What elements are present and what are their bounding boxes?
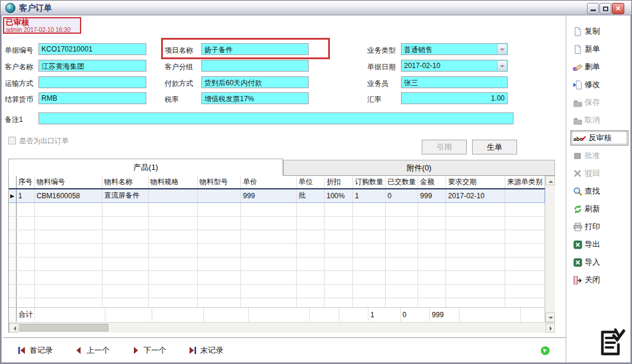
import-button[interactable]: 导入 xyxy=(570,253,628,271)
table-cell: 2017-02-10 xyxy=(446,189,505,202)
audit-meta: admin 2017-02-10 16:30 xyxy=(6,27,78,33)
header-cell[interactable]: 来源单类别 xyxy=(505,176,544,189)
grid-header-row[interactable]: 序号物料编号物料名称物料规格物料型号单价单位折扣订购数量已交数量金额要求交期来源… xyxy=(9,176,545,189)
next-record-button[interactable]: 下一个 xyxy=(131,345,166,356)
scroll-down-button[interactable] xyxy=(546,313,555,322)
scroll-right-button[interactable] xyxy=(546,323,555,333)
table-cell xyxy=(148,284,197,298)
table-cell xyxy=(521,308,545,321)
close-form-button[interactable]: 关闭 xyxy=(570,271,628,289)
biz-type-select[interactable]: 普通销售 xyxy=(401,43,508,55)
table-cell xyxy=(16,243,34,257)
table-cell xyxy=(386,202,418,216)
header-cell[interactable]: 订购数量 xyxy=(353,176,386,189)
header-cell[interactable]: 单价 xyxy=(241,176,297,189)
refresh-button[interactable]: 刷新 xyxy=(570,200,628,218)
tax-rate-field[interactable]: 增值税发票17% xyxy=(201,92,309,104)
currency-field[interactable]: RMB xyxy=(39,92,146,104)
find-label: 查找 xyxy=(585,186,600,197)
titlebar[interactable]: 客户订单 ✕ xyxy=(1,1,631,15)
doc-date-label: 单据日期 xyxy=(367,62,396,72)
table-cell xyxy=(34,202,102,216)
header-cell[interactable]: 要求交期 xyxy=(446,176,505,189)
header-cell[interactable]: 序号 xyxy=(16,176,34,189)
export-order-checkbox xyxy=(8,137,16,144)
table-cell xyxy=(418,270,446,284)
row-indicator xyxy=(9,202,16,216)
salesman-label: 业务员 xyxy=(367,79,389,89)
table-cell xyxy=(16,257,34,270)
modify-button[interactable]: 修改 xyxy=(570,76,628,94)
window-title: 客户订单 xyxy=(19,3,52,14)
payment-field[interactable]: 货到后60天内付款 xyxy=(201,76,309,88)
minimize-button[interactable] xyxy=(587,3,599,14)
table-cell xyxy=(353,216,386,230)
transport-field[interactable] xyxy=(39,76,146,88)
doc-date-select[interactable]: 2017-02-10 xyxy=(401,60,508,72)
find-button[interactable]: 查找 xyxy=(570,182,628,200)
doc-no-field[interactable]: KCO170210001 xyxy=(39,43,146,55)
table-cell xyxy=(325,284,353,298)
unaudit-label: 反审核 xyxy=(589,133,612,143)
first-record-button[interactable]: 首记录 xyxy=(17,345,53,356)
prev-record-button[interactable]: 上一个 xyxy=(74,345,110,356)
salesman-field[interactable]: 张三 xyxy=(401,76,508,88)
chevron-down-icon[interactable] xyxy=(497,44,506,54)
import-icon xyxy=(573,257,583,268)
table-cell xyxy=(34,257,102,270)
header-cell[interactable]: 物料名称 xyxy=(102,176,148,189)
customer-name-field[interactable]: 江苏黄海集团 xyxy=(39,60,146,72)
customer-group-field[interactable] xyxy=(201,60,309,72)
horizontal-scroll-thumb[interactable] xyxy=(20,324,108,331)
table-cell xyxy=(34,216,102,230)
table-cell xyxy=(418,257,446,270)
vertical-scrollbar[interactable] xyxy=(545,176,555,322)
copy-button[interactable]: 复制 xyxy=(570,22,628,40)
delete-order-button[interactable]: 删单 xyxy=(570,58,628,76)
table-cell xyxy=(325,216,353,230)
customer-group-label: 客户分组 xyxy=(165,62,193,72)
row-indicator xyxy=(9,298,16,307)
unaudit-icon: abc✔ xyxy=(573,134,587,143)
header-cell[interactable]: 金额 xyxy=(418,176,446,189)
table-cell xyxy=(16,298,34,307)
minimize-icon xyxy=(591,9,596,11)
sidebar-divider xyxy=(566,15,566,362)
remark1-field[interactable] xyxy=(39,112,514,124)
header-cell[interactable]: 物料型号 xyxy=(197,176,241,189)
table-cell xyxy=(418,216,446,230)
cancel-label: 取消 xyxy=(585,115,600,125)
exchange-rate-field[interactable]: 1.00 xyxy=(401,92,508,104)
close-button[interactable]: ✕ xyxy=(612,3,624,14)
tab-attachments[interactable]: 附件(0) xyxy=(283,160,555,176)
customer-name-label: 客户名称 xyxy=(5,62,33,72)
header-cell[interactable]: 已交数量 xyxy=(386,176,418,189)
table-cell: 0 xyxy=(400,308,430,321)
unaudit-button[interactable]: abc✔ 反审核 xyxy=(570,130,628,146)
grid-selected-row[interactable]: ▶1CBM1600058直流屏备件999批100%109992017-02-10 xyxy=(9,189,545,202)
header-cell[interactable]: 物料规格 xyxy=(148,176,197,189)
maximize-button[interactable] xyxy=(599,3,611,14)
table-cell xyxy=(386,284,418,298)
header-cell[interactable]: 单位 xyxy=(297,176,325,189)
export-button[interactable]: 导出 xyxy=(570,236,628,253)
table-cell xyxy=(148,243,197,257)
table-cell xyxy=(446,202,505,216)
header-cell[interactable]: 物料编号 xyxy=(34,176,102,189)
last-record-button[interactable]: 末记录 xyxy=(188,345,223,356)
status-indicator-icon[interactable] xyxy=(541,346,550,355)
new-order-button[interactable]: 新单 xyxy=(570,40,628,58)
table-cell xyxy=(16,216,34,230)
table-cell: 批 xyxy=(297,189,325,202)
table-cell xyxy=(353,257,386,270)
tab-products[interactable]: 产品(1) xyxy=(8,159,283,176)
generate-order-button[interactable]: 生单 xyxy=(472,140,517,154)
scroll-left-button[interactable] xyxy=(9,323,18,333)
chevron-down-icon[interactable] xyxy=(497,61,506,70)
horizontal-scrollbar[interactable] xyxy=(9,322,555,333)
table-cell xyxy=(241,284,297,298)
scroll-up-button[interactable] xyxy=(546,176,555,185)
table-cell xyxy=(197,230,241,243)
print-button[interactable]: 打印 xyxy=(570,218,628,236)
header-cell[interactable]: 折扣 xyxy=(325,176,353,189)
